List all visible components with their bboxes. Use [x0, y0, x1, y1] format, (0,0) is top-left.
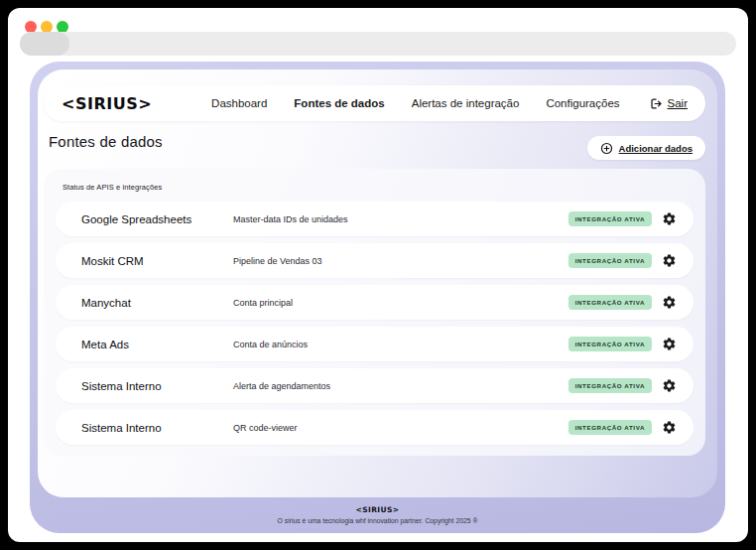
status-badge: INTEGRAÇÃO ATIVA [568, 211, 652, 226]
status-badge: INTEGRAÇÃO ATIVA [568, 378, 652, 393]
integration-name: Sistema Interno [81, 422, 233, 434]
nav-item-alertas-de-integracao[interactable]: Alertas de integração [412, 97, 520, 109]
gear-icon [662, 337, 677, 351]
footer: <SIRIUS> O sirius é uma tecnologia whf i… [30, 505, 725, 524]
browser-address-bar[interactable] [20, 32, 736, 56]
logout-button[interactable]: Sair [650, 97, 688, 110]
integrations-card-label: Status de APIS e integrações [63, 183, 693, 192]
status-badge: INTEGRAÇÃO ATIVA [568, 295, 652, 310]
table-row: Sistema Interno QR code-viewer INTEGRAÇÃ… [56, 410, 693, 445]
gear-icon [662, 378, 677, 393]
app-container: <SIRIUS> Dashboard Fontes de dados Alert… [30, 62, 725, 533]
nav-item-fontes-de-dados[interactable]: Fontes de dados [294, 97, 384, 109]
row-settings-button[interactable] [661, 252, 678, 269]
row-settings-button[interactable] [661, 377, 678, 394]
gear-icon [662, 253, 677, 268]
gear-icon [662, 420, 677, 435]
integration-name: Manychat [81, 297, 233, 309]
row-settings-button[interactable] [661, 294, 678, 311]
address-bar-chip [20, 32, 69, 56]
row-settings-button[interactable] [661, 419, 678, 436]
status-badge: INTEGRAÇÃO ATIVA [568, 420, 652, 435]
table-row: Sistema Interno Alerta de agendamentos I… [56, 368, 693, 403]
logout-icon [650, 97, 663, 110]
integration-name: Sistema Interno [81, 380, 233, 392]
row-settings-button[interactable] [661, 336, 678, 352]
page-title: Fontes de dados [49, 133, 163, 150]
table-row: Manychat Conta principal INTEGRAÇÃO ATIV… [56, 285, 693, 320]
gear-icon [662, 295, 677, 310]
table-row: Moskit CRM Pipeline de Vendas 03 INTEGRA… [56, 243, 693, 278]
top-navbar: <SIRIUS> Dashboard Fontes de dados Alert… [44, 85, 705, 121]
footer-sirius-logo: <SIRIUS> [30, 505, 725, 514]
plus-circle-icon [600, 142, 613, 155]
browser-window: <SIRIUS> Dashboard Fontes de dados Alert… [8, 8, 748, 542]
table-row: Meta Ads Conta de anúncios INTEGRAÇÃO AT… [56, 327, 693, 361]
nav-item-dashboard[interactable]: Dashboard [211, 97, 267, 109]
integration-description: Pipeline de Vendas 03 [233, 256, 322, 266]
status-badge: INTEGRAÇÃO ATIVA [568, 253, 652, 268]
integration-name: Google Spreadsheets [81, 213, 233, 225]
logout-label: Sair [668, 97, 688, 109]
footer-copyright: O sirius é uma tecnologia whf innovation… [30, 517, 725, 524]
add-data-label: Adicionar dados [619, 143, 693, 154]
integration-description: Conta de anúncios [233, 340, 308, 349]
nav-item-configuracoes[interactable]: Configurações [546, 97, 619, 109]
integrations-card: Status de APIS e integrações Google Spre… [44, 169, 705, 456]
integration-description: QR code-viewer [233, 423, 298, 433]
add-data-button[interactable]: Adicionar dados [587, 136, 705, 160]
table-row: Google Spreadsheets Master-data IDs de u… [56, 202, 693, 236]
integrations-list: Google Spreadsheets Master-data IDs de u… [56, 202, 693, 445]
integration-description: Alerta de agendamentos [233, 381, 330, 391]
nav-links: Dashboard Fontes de dados Alertas de int… [211, 97, 619, 109]
sirius-logo: <SIRIUS> [62, 94, 152, 113]
integration-name: Meta Ads [81, 339, 233, 350]
row-settings-button[interactable] [661, 210, 678, 227]
integration-description: Master-data IDs de unidades [233, 214, 348, 224]
app-surface: <SIRIUS> Dashboard Fontes de dados Alert… [38, 69, 717, 497]
gear-icon [662, 211, 677, 226]
integration-name: Moskit CRM [81, 255, 233, 267]
integration-description: Conta principal [233, 298, 293, 308]
status-badge: INTEGRAÇÃO ATIVA [568, 337, 652, 351]
